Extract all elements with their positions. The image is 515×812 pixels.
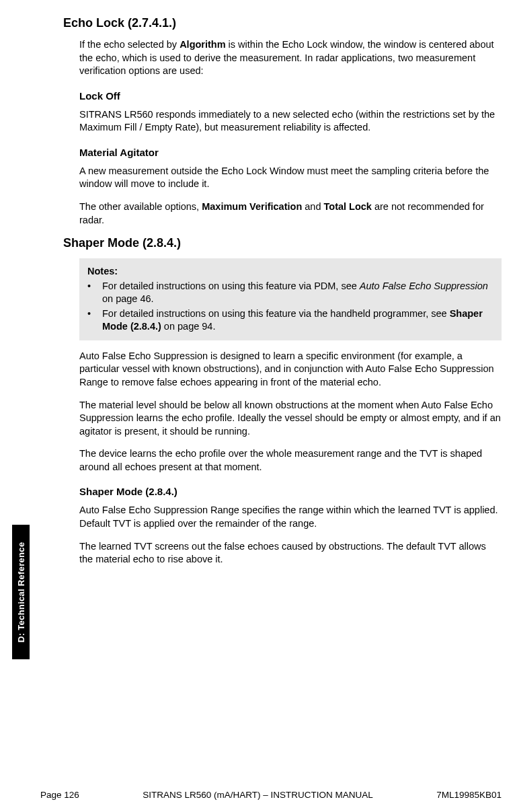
max-verification-bold: Maximum Verification (202, 201, 302, 212)
footer-page-number: Page 126 (40, 790, 79, 800)
text: The other available options, (79, 201, 202, 212)
text: on page 46. (102, 293, 154, 304)
material-agitator-para2: The other available options, Maximum Ver… (79, 200, 502, 227)
footer-doc-id: 7ML19985KB01 (436, 790, 502, 800)
heading-shaper-mode-sub: Shaper Mode (2.8.4.) (79, 486, 502, 497)
bullet-dot-icon: • (87, 307, 102, 334)
lock-off-para: SITRANS LR560 responds immediately to a … (79, 108, 502, 135)
algorithm-bold: Algorithm (180, 39, 225, 50)
echo-lock-intro: If the echo selected by Algorithm is wit… (79, 38, 502, 78)
bullet-dot-icon: • (87, 280, 102, 306)
side-tab: D: Technical Reference (12, 525, 30, 659)
notes-bullet-1: • For detailed instructions on using thi… (87, 280, 493, 306)
shaper-sub-para2: The learned TVT screens out the false ec… (79, 540, 502, 566)
text: For detailed instructions on using this … (102, 308, 450, 319)
notes-bullet-1-text: For detailed instructions on using this … (102, 280, 493, 306)
heading-material-agitator: Material Agitator (79, 147, 502, 158)
notes-bullet-2: • For detailed instructions on using thi… (87, 307, 493, 334)
page-footer: Page 126 SITRANS LR560 (mA/HART) – INSTR… (40, 790, 502, 800)
total-lock-bold: Total Lock (324, 201, 372, 212)
footer-title: SITRANS LR560 (mA/HART) – INSTRUCTION MA… (79, 790, 436, 800)
text: and (302, 201, 323, 212)
material-agitator-para1: A new measurement outside the Echo Lock … (79, 165, 502, 191)
heading-lock-off: Lock Off (79, 90, 502, 102)
page-content: Echo Lock (2.7.4.1.) If the echo selecte… (40, 13, 502, 778)
text: For detailed instructions on using this … (102, 281, 360, 291)
text: on page 94. (161, 321, 216, 332)
link-auto-false-echo[interactable]: Auto False Echo Suppression (360, 281, 488, 291)
shaper-sub-para1: Auto False Echo Suppression Range specif… (79, 504, 502, 530)
shaper-para1: Auto False Echo Suppression is designed … (79, 350, 502, 390)
notes-box: Notes: • For detailed instructions on us… (79, 258, 502, 340)
notes-bullet-2-text: For detailed instructions on using this … (102, 307, 493, 334)
heading-echo-lock: Echo Lock (2.7.4.1.) (63, 16, 502, 30)
shaper-para3: The device learns the echo profile over … (79, 447, 502, 474)
notes-label: Notes: (87, 265, 493, 279)
shaper-para2: The material level should be below all k… (79, 399, 502, 439)
heading-shaper-mode: Shaper Mode (2.8.4.) (63, 236, 502, 250)
text: If the echo selected by (79, 39, 180, 50)
